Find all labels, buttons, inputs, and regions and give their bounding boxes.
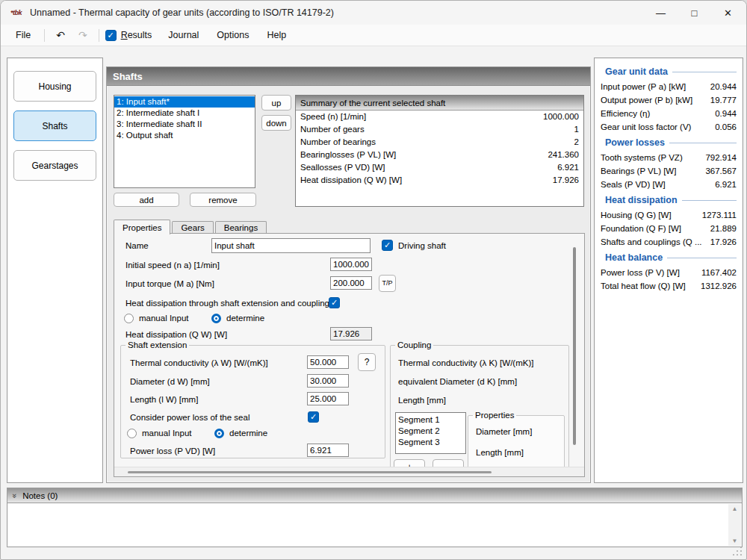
- initial-speed-input[interactable]: [330, 258, 372, 271]
- title-rule: [667, 258, 737, 258]
- section-title: Heat balance: [605, 252, 738, 263]
- list-item[interactable]: 3: Intermediate shaft II: [114, 119, 255, 130]
- segment-list[interactable]: Segment 1 Segment 2 Segment 3: [395, 412, 466, 454]
- seal-loss-checkbox[interactable]: ✓: [308, 411, 319, 423]
- resize-grip[interactable]: [733, 547, 743, 556]
- results-toggle[interactable]: ✓ Results: [104, 30, 160, 41]
- heat-dissipation-checkbox[interactable]: ✓: [329, 297, 340, 308]
- data-value: 6.921: [715, 180, 737, 189]
- menu-separator: [99, 29, 99, 42]
- shaft-list[interactable]: 1: Input shaft* 2: Intermediate shaft I …: [114, 95, 255, 188]
- data-label: Gear unit loss factor (V): [601, 122, 691, 131]
- nav-button-housing[interactable]: Housing: [13, 71, 96, 102]
- notes-scrollbar[interactable]: ▲ ▼: [728, 504, 741, 546]
- title-rule: [672, 72, 737, 72]
- manual-input-radio[interactable]: [124, 314, 134, 323]
- minimize-button[interactable]: —: [644, 1, 678, 25]
- data-row: Gear unit loss factor (V)0.056: [599, 120, 738, 134]
- summary-row: Number of bearings2: [296, 136, 583, 149]
- data-row: Bearings (P VL) [W]367.567: [599, 164, 738, 178]
- name-input[interactable]: [211, 238, 371, 253]
- data-row: Shafts and couplings (Q ...17.926: [599, 235, 738, 249]
- seal-manual-input-radio[interactable]: [127, 429, 137, 438]
- summary-row: Number of gears1: [296, 123, 583, 136]
- nav-button-shafts[interactable]: Shafts: [13, 111, 96, 141]
- help-button[interactable]: ?: [358, 353, 376, 371]
- panel-title: Shafts: [107, 67, 590, 86]
- data-value: 1167.402: [701, 268, 737, 277]
- summary-value: 17.926: [553, 174, 579, 187]
- coupling-legend: Coupling: [395, 340, 433, 349]
- up-button[interactable]: up: [261, 95, 291, 111]
- results-label: Results: [121, 30, 152, 40]
- determine-radio[interactable]: [211, 314, 221, 323]
- seal-determine-label: determine: [229, 429, 267, 438]
- remove-button[interactable]: remove: [190, 193, 256, 207]
- power-loss-input[interactable]: [307, 444, 349, 457]
- list-item[interactable]: Segment 2: [398, 426, 465, 437]
- menu-options[interactable]: Options: [208, 27, 258, 43]
- thermal-conductivity-input[interactable]: [307, 355, 349, 369]
- diameter-input[interactable]: [307, 374, 349, 388]
- maximize-button[interactable]: □: [678, 1, 711, 25]
- data-row: Seals (P VD) [W]6.921: [599, 178, 738, 191]
- data-row: Tooth systems (P VZ)792.914: [599, 151, 738, 164]
- list-item[interactable]: 4: Output shaft: [114, 130, 255, 141]
- vertical-scrollbar[interactable]: [573, 247, 576, 445]
- list-item[interactable]: Segment 3: [398, 437, 465, 448]
- length-input[interactable]: [307, 392, 349, 405]
- seal-loss-checkbox-label: Consider power loss of the seal: [130, 413, 249, 422]
- horizontal-scrollbar-thumb[interactable]: [128, 471, 492, 473]
- manual-input-label: manual Input: [139, 314, 189, 323]
- data-row: Efficiency (η)0.944: [599, 107, 738, 120]
- summary-row: Speed (n) [1/min]1000.000: [296, 111, 583, 123]
- data-label: Shafts and couplings (Q ...: [601, 237, 702, 246]
- shaft-extension-legend: Shaft extension: [125, 340, 189, 349]
- summary-row: Bearinglosses (P VL) [W]241.360: [296, 149, 583, 161]
- heat-dissipation-checkbox-label: Heat dissipation through shaft extension…: [125, 299, 329, 308]
- menu-bar: File ↶ ↷ ✓ Results Journal Options Help: [1, 25, 746, 46]
- tab-properties[interactable]: Properties: [114, 220, 170, 234]
- data-value: 367.567: [705, 167, 737, 175]
- data-value: 20.944: [710, 82, 737, 91]
- list-item[interactable]: 2: Intermediate shaft I: [114, 108, 255, 119]
- down-button[interactable]: down: [261, 115, 291, 131]
- coupling-group: Coupling Thermal conductivity (λ K) [W/(…: [390, 340, 569, 470]
- undo-icon[interactable]: ↶: [49, 28, 72, 43]
- list-item[interactable]: 1: Input shaft*: [114, 96, 255, 108]
- driving-shaft-checkbox[interactable]: ✓: [382, 240, 393, 251]
- diameter-label: Diameter (d W) [mm]: [130, 377, 210, 386]
- collapse-chevron-icon[interactable]: »: [10, 493, 19, 497]
- torque-power-toggle-button[interactable]: T/P: [379, 275, 396, 292]
- data-label: Input power (P a) [kW]: [601, 82, 686, 91]
- notes-header[interactable]: » Notes (0): [7, 488, 742, 503]
- coupling-length-label: Length [mm]: [398, 396, 446, 405]
- list-item[interactable]: Segment 1: [398, 414, 465, 426]
- close-button[interactable]: ✕: [711, 1, 745, 25]
- data-value: 17.926: [710, 237, 737, 246]
- menu-help[interactable]: Help: [258, 27, 295, 43]
- data-value: 1273.111: [702, 211, 737, 220]
- add-button[interactable]: add: [114, 193, 179, 207]
- title-rule: [669, 143, 737, 143]
- summary-label: Speed (n) [1/min]: [300, 111, 366, 123]
- driving-shaft-label: Driving shaft: [398, 241, 446, 250]
- notes-text-area[interactable]: [8, 504, 728, 546]
- data-label: Power loss (P V) [W]: [601, 268, 680, 277]
- menu-journal[interactable]: Journal: [159, 27, 208, 43]
- coupling-equiv-diameter-label: equivalent Diameter (d K) [mm]: [398, 377, 517, 386]
- gear-unit-data-panel: Gear unit data Input power (P a) [kW]20.…: [594, 57, 743, 483]
- window-title: Unnamed - Thermal capacity of gear units…: [30, 7, 334, 18]
- menu-file[interactable]: File: [7, 27, 40, 43]
- shaft-extension-group: Shaft extension Thermal conductivity (λ …: [120, 340, 385, 458]
- scroll-up-icon[interactable]: ▲: [732, 505, 738, 512]
- horizontal-scrollbar-track[interactable]: [114, 467, 584, 476]
- scroll-down-icon[interactable]: ▼: [732, 538, 738, 544]
- input-torque-input[interactable]: [330, 276, 372, 290]
- data-label: Tooth systems (P VZ): [601, 153, 683, 162]
- app-window: *tbk Unnamed - Thermal capacity of gear …: [0, 0, 747, 560]
- nav-button-gearstages[interactable]: Gearstages: [13, 150, 96, 181]
- seal-determine-radio[interactable]: [214, 429, 224, 438]
- results-checkbox-icon[interactable]: ✓: [105, 30, 117, 41]
- data-row: Foundation (Q F) [W]21.889: [599, 222, 738, 235]
